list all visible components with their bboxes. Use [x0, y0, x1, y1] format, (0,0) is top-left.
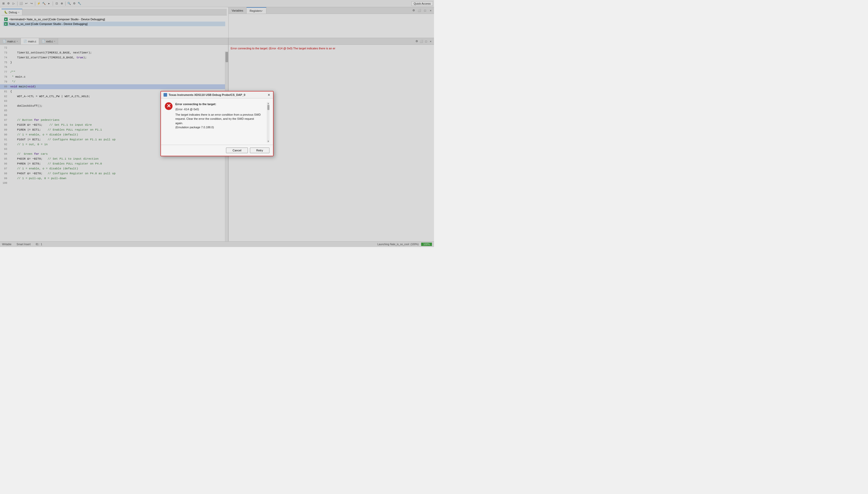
- retry-button[interactable]: Retry: [250, 148, 269, 153]
- modal-scroll-track: [267, 110, 269, 140]
- modal-body: ✕ Error connecting to the target: (Error…: [161, 98, 273, 145]
- modal-scrollbar[interactable]: ▲ ▼: [267, 102, 269, 142]
- modal-scroll-up[interactable]: ▲: [267, 102, 269, 104]
- modal-overlay: Texas Instruments XDS110 USB Debug Probe…: [0, 0, 434, 247]
- modal-title-bar: Texas Instruments XDS110 USB Debug Probe…: [161, 92, 273, 98]
- modal-footer: Cancel Retry: [161, 145, 273, 156]
- cancel-button[interactable]: Cancel: [226, 148, 248, 153]
- svg-text:✕: ✕: [167, 103, 171, 109]
- modal-message: Error connecting to the target: (Error -…: [175, 102, 264, 142]
- error-code: (Error -614 @ 0x0): [175, 107, 263, 112]
- error-icon: ✕: [165, 102, 173, 110]
- modal-close-button[interactable]: ×: [267, 93, 270, 97]
- modal-title-label: Texas Instruments XDS110 USB Debug Probe…: [169, 93, 245, 96]
- modal-scrollbar-thumb: [267, 105, 269, 110]
- modal-scroll-down[interactable]: ▼: [267, 140, 269, 142]
- error-body: The target indicates there is an error c…: [175, 113, 263, 130]
- error-title: Error connecting to the target:: [175, 102, 263, 107]
- error-dialog: Texas Instruments XDS110 USB Debug Probe…: [161, 91, 273, 156]
- ti-brand-icon: [164, 93, 167, 97]
